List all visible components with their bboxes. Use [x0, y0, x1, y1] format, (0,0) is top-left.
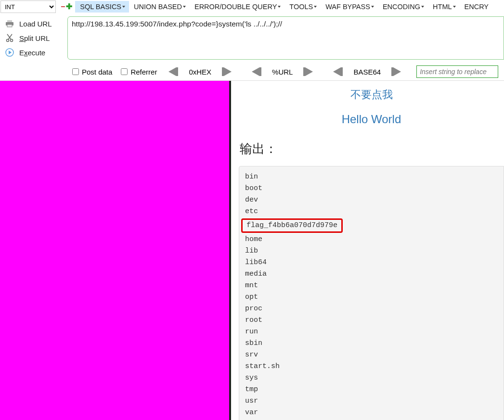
menu-encoding[interactable]: ENCODING — [378, 1, 428, 13]
output-line: sbin — [245, 338, 498, 349]
options-row: Post data Referrer 0xHEX %URL BASE64 — [0, 63, 504, 80]
chevron-down-icon — [122, 6, 125, 8]
referrer-check[interactable] — [121, 68, 128, 75]
output-box: binbootdevetcflag_f4bb6a070d7d979ehomeli… — [239, 166, 504, 420]
split-url-label: plit URL — [24, 34, 50, 42]
output-line: tmp — [245, 384, 498, 395]
split-url-button[interactable]: Split URL — [5, 31, 65, 45]
svg-rect-1 — [7, 20, 12, 22]
add-remove-group: − ✚ — [58, 0, 75, 13]
output-label: 输出： — [240, 140, 504, 157]
output-line: bin — [245, 171, 498, 183]
encode-hex-left[interactable] — [168, 67, 178, 76]
encode-hex-right[interactable] — [222, 67, 232, 76]
svg-point-3 — [7, 39, 9, 42]
printer-icon — [5, 19, 14, 28]
output-line: var — [245, 407, 498, 419]
svg-rect-2 — [7, 25, 12, 27]
chevron-down-icon — [183, 6, 186, 8]
output-line: lib — [245, 245, 498, 257]
url-input[interactable] — [67, 16, 504, 60]
output-line: run — [245, 326, 498, 338]
menu-error-double-query[interactable]: ERROR/DOUBLE QUERY — [190, 1, 284, 13]
scissors-icon — [5, 33, 14, 43]
chevron-down-icon — [421, 6, 424, 8]
minus-icon[interactable]: − — [61, 3, 65, 11]
chevron-down-icon — [371, 6, 374, 8]
play-icon — [5, 48, 14, 57]
svg-point-4 — [11, 39, 13, 42]
output-line: srv — [245, 349, 498, 361]
encode-b64-label: BASE64 — [349, 68, 386, 76]
plus-icon[interactable]: ✚ — [66, 3, 72, 11]
output-line: usr — [245, 395, 498, 407]
menu-union-based[interactable]: UNION BASED — [129, 1, 190, 13]
load-url-button[interactable]: Load URL — [5, 16, 65, 31]
content-area: 不要点我 Hello World 输出： binbootdevetcflag_f… — [0, 80, 504, 420]
encode-url-right[interactable] — [303, 67, 313, 76]
int-select[interactable]: INT — [0, 0, 56, 13]
output-line: root — [245, 315, 498, 326]
execute-button[interactable]: Execute — [5, 45, 65, 60]
output-line: mnt — [245, 280, 498, 292]
output-line: sys — [245, 372, 498, 384]
encode-b64-left[interactable] — [333, 67, 343, 76]
chevron-down-icon — [314, 6, 317, 8]
encode-url-left[interactable] — [252, 67, 261, 76]
referrer-checkbox[interactable]: Referrer — [121, 68, 157, 76]
chevron-down-icon — [278, 6, 281, 8]
output-line: start.sh — [245, 361, 498, 372]
output-line: lib64 — [245, 257, 498, 268]
top-toolbar: INT − ✚ SQL BASICS UNION BASED ERROR/DOU… — [0, 0, 504, 13]
right-pane: 不要点我 Hello World 输出： binbootdevetcflag_f… — [231, 81, 504, 420]
encode-url-label: %URL — [267, 68, 297, 76]
dont-click-link[interactable]: 不要点我 — [239, 88, 504, 102]
output-line: etc — [245, 206, 498, 217]
url-row: Load URL Split URL Execute — [0, 13, 504, 63]
output-line: media — [245, 268, 498, 280]
output-line: boot — [245, 183, 498, 194]
menu-bar: SQL BASICS UNION BASED ERROR/DOUBLE QUER… — [75, 0, 492, 13]
side-buttons: Load URL Split URL Execute — [0, 13, 67, 63]
output-line: flag_f4bb6a070d7d979e — [245, 217, 498, 234]
output-line: proc — [245, 303, 498, 315]
encode-hex-label: 0xHEX — [184, 68, 216, 76]
hello-world-text: Hello World — [239, 113, 504, 126]
output-line: home — [245, 234, 498, 245]
flag-highlight: flag_f4bb6a070d7d979e — [241, 218, 343, 233]
menu-html[interactable]: HTML — [428, 1, 459, 13]
chevron-down-icon — [453, 6, 456, 8]
menu-encrypt[interactable]: ENCRY — [460, 1, 493, 13]
svg-marker-8 — [9, 51, 12, 54]
menu-sql-basics[interactable]: SQL BASICS — [75, 1, 129, 13]
replace-input[interactable] — [416, 65, 498, 78]
menu-tools[interactable]: TOOLS — [284, 1, 321, 13]
post-data-checkbox[interactable]: Post data — [72, 68, 112, 76]
menu-waf-bypass[interactable]: WAF BYPASS — [321, 1, 378, 13]
left-pane — [0, 81, 231, 420]
encode-b64-right[interactable] — [391, 67, 401, 76]
output-line: dev — [245, 194, 498, 206]
post-data-check[interactable] — [72, 68, 79, 75]
output-line: opt — [245, 292, 498, 303]
